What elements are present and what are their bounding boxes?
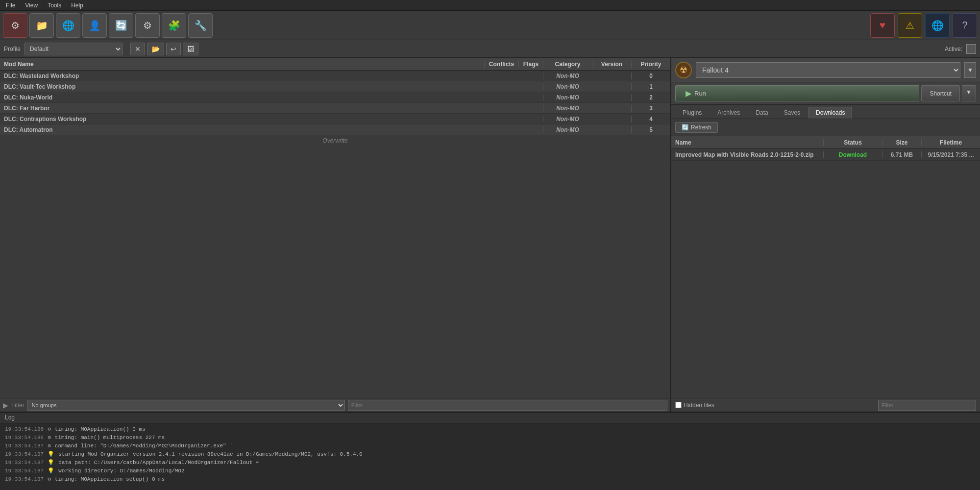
dl-col-filetime-header[interactable]: Filetime [921, 139, 980, 146]
downloads-filter-input[interactable] [878, 400, 976, 411]
log-timestamp: 19:33:54.187 [5, 459, 44, 466]
logo-icon: ⚙ [11, 20, 20, 31]
dl-col-size-header[interactable]: Size [882, 139, 921, 146]
menu-view[interactable]: View [23, 2, 40, 9]
profile-action-1[interactable]: ✕ [130, 43, 145, 55]
plugins-button[interactable]: 🧩 [162, 13, 186, 38]
mod-row-priority: 1 [631, 83, 670, 90]
tab-archives[interactable]: Archives [710, 107, 747, 119]
mod-table: Mod Name Conflicts Flags Category Versio… [0, 58, 670, 398]
table-row[interactable]: DLC: Wasteland Workshop Non-MO 0 [0, 71, 670, 81]
tab-saves[interactable]: Saves [777, 107, 808, 119]
mod-row-name: DLC: Far Harbor [0, 105, 484, 112]
mod-row-name: DLC: Wasteland Workshop [0, 73, 484, 79]
refresh-button[interactable]: 🔄 Refresh [675, 122, 718, 133]
profile-action-2[interactable]: 📂 [147, 43, 164, 55]
help-icon: ? [962, 20, 967, 31]
mod-row-category: Non-MO [543, 116, 592, 122]
download-row[interactable]: Improved Map with Visible Roads 2.0-1215… [671, 149, 980, 161]
table-row[interactable]: DLC: Vault-Tec Workshop Non-MO 1 [0, 81, 670, 92]
nexus-button[interactable]: 🌐 [56, 13, 80, 38]
profile-action-3[interactable]: ↩ [166, 43, 181, 55]
play-icon: ▶ [686, 89, 691, 98]
table-row[interactable]: DLC: Nuka-World Non-MO 2 [0, 92, 670, 103]
mod-row-category: Non-MO [543, 126, 592, 133]
game-icon: ☢ [675, 62, 692, 78]
dl-col-name-header[interactable]: Name [671, 139, 823, 146]
shortcut-label: Shortcut [930, 90, 952, 97]
col-flags-header[interactable]: Flags [518, 61, 543, 68]
game-header: ☢ Fallout 4 ▼ [671, 58, 980, 82]
heart-icon: ♥ [880, 20, 885, 31]
hidden-files-checkbox[interactable] [675, 402, 682, 408]
nexus-link-button[interactable]: 🌐 [925, 13, 950, 38]
menu-file[interactable]: File [4, 2, 17, 9]
table-row[interactable]: DLC: Far Harbor Non-MO 3 [0, 103, 670, 114]
active-toggle[interactable] [966, 44, 976, 54]
instances-button[interactable]: 📁 [29, 13, 54, 38]
col-mod-name-header[interactable]: Mod Name [0, 61, 484, 68]
tab-data[interactable]: Data [748, 107, 775, 119]
log-icon: ⚙ [48, 475, 51, 483]
overwrite-label: Overwrite [322, 137, 347, 144]
table-row[interactable]: DLC: Contraptions Workshop Non-MO 4 [0, 114, 670, 124]
left-panel: Mod Name Conflicts Flags Category Versio… [0, 58, 671, 412]
mod-row-category: Non-MO [543, 105, 592, 112]
refresh-toolbar-button[interactable]: 🔄 [109, 13, 133, 38]
mod-row-priority: 3 [631, 105, 670, 112]
game-icon-symbol: ☢ [680, 65, 687, 75]
log-icon: ⚙ [48, 442, 51, 450]
run-button[interactable]: ▶ Run [675, 85, 919, 101]
tab-plugins[interactable]: Plugins [675, 107, 709, 119]
profiles-button[interactable]: 👤 [82, 13, 107, 38]
tab-downloads[interactable]: Downloads [808, 107, 852, 119]
log-icon: 💡 [48, 467, 54, 475]
help-button[interactable]: ? [953, 13, 977, 38]
refresh-icon-btn: 🔄 [682, 124, 689, 131]
groups-select[interactable]: No groups [27, 400, 345, 411]
plugins-icon: 🧩 [168, 20, 180, 31]
mod-filter-input[interactable] [348, 400, 667, 411]
log-line: 19:33:54.187 ⚙ timing: MOApplication set… [5, 475, 975, 483]
col-priority-header[interactable]: Priority [631, 61, 670, 68]
active-label: Active: [945, 46, 962, 52]
dl-col-status-header[interactable]: Status [823, 139, 882, 146]
log-icon: 💡 [48, 459, 54, 466]
logo-button[interactable]: ⚙ [3, 13, 27, 38]
filter-icon: ▶ [3, 401, 8, 409]
log-text: command line: "D:/Games/Modding/MO2\ModO… [55, 442, 233, 450]
tools-icon: 🔧 [195, 20, 207, 31]
menu-tools[interactable]: Tools [46, 2, 63, 9]
shortcut-button[interactable]: Shortcut [921, 85, 960, 101]
col-category-header[interactable]: Category [543, 61, 592, 68]
mod-row-priority: 2 [631, 94, 670, 101]
table-row[interactable]: DLC: Automatron Non-MO 5 [0, 124, 670, 135]
endorse-button[interactable]: ♥ [870, 13, 895, 38]
profile-action-4[interactable]: 🖼 [183, 43, 198, 55]
warning-button[interactable]: ⚠ [898, 13, 922, 38]
toolbar: ⚙ 📁 🌐 👤 🔄 ⚙ 🧩 🔧 ♥ ⚠ 🌐 ? [0, 11, 980, 40]
shortcut-dropdown-button[interactable]: ▼ [962, 85, 976, 101]
col-conflicts-header[interactable]: Conflicts [484, 61, 518, 68]
log-icon: ⚙ [48, 434, 51, 441]
log-timestamp: 19:33:54.186 [5, 434, 44, 441]
mod-row-name: DLC: Contraptions Workshop [0, 116, 484, 122]
settings-icon: ⚙ [143, 20, 152, 31]
game-select[interactable]: Fallout 4 [696, 62, 960, 78]
tools-button[interactable]: 🔧 [188, 13, 213, 38]
mod-row-category: Non-MO [543, 73, 592, 79]
mod-row-priority: 4 [631, 116, 670, 122]
nexus-icon: 🌐 [62, 20, 74, 31]
dl-row-size: 6.71 MB [882, 151, 921, 158]
filter-label: Filter [11, 402, 24, 409]
dl-row-name: Improved Map with Visible Roads 2.0-1215… [671, 151, 823, 158]
refresh-icon: 🔄 [115, 20, 127, 31]
profile-select[interactable]: Default [24, 43, 122, 55]
log-text: starting Mod Organizer version 2.4.1 rev… [58, 450, 363, 458]
menu-help[interactable]: Help [69, 2, 85, 9]
hidden-files-check: Hidden files [675, 402, 714, 409]
profiles-icon: 👤 [89, 20, 101, 31]
settings-button[interactable]: ⚙ [135, 13, 160, 38]
game-dropdown-button[interactable]: ▼ [964, 62, 976, 78]
col-version-header[interactable]: Version [592, 61, 631, 68]
